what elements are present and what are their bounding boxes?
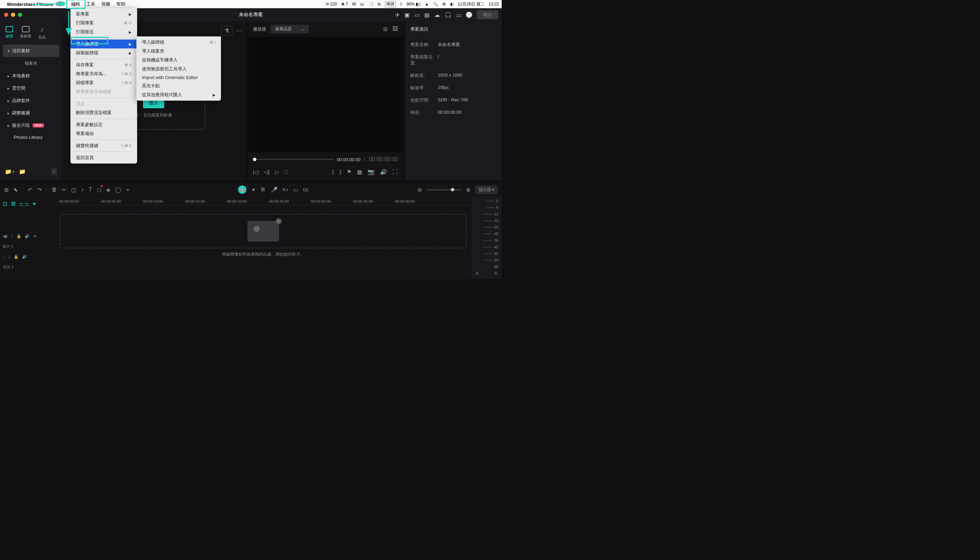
submenu-import-lossless[interactable]: 使用無損剪切工具導入: [137, 65, 221, 73]
mark-out-button[interactable]: }: [340, 169, 341, 175]
status-icon-w[interactable]: W: [352, 2, 356, 7]
lock-icon[interactable]: 🔓: [17, 234, 21, 238]
menu-record-media[interactable]: 錄製媒體檔▶: [70, 48, 137, 57]
sidebar-item-local[interactable]: ▸本地素材: [3, 70, 59, 82]
submenu-import-camera[interactable]: 從相機或手機導入: [137, 56, 221, 65]
layout-icon[interactable]: ⊞: [4, 187, 8, 193]
bluetooth-icon[interactable]: ᛒ: [400, 2, 402, 7]
play-button[interactable]: ▷: [275, 169, 279, 175]
menu-delete-render[interactable]: 刪除預覽渲染檔案: [70, 108, 137, 117]
export-button[interactable]: 匯出: [477, 10, 498, 19]
close-window-button[interactable]: [4, 13, 8, 17]
status-counter-1[interactable]: ⟳ 220: [326, 2, 337, 7]
lock-icon[interactable]: 🔓: [14, 255, 18, 259]
track-header-video-1[interactable]: 📹1 🔓 🔊 👁: [3, 231, 52, 241]
nav-tab-audio[interactable]: ♪ 音訊: [38, 26, 46, 40]
menu-open-project[interactable]: 打開專案⌘ O: [70, 18, 137, 27]
panel-icon-2[interactable]: ▭: [414, 12, 420, 18]
spotlight-icon[interactable]: 🔍: [433, 2, 438, 7]
ai-button[interactable]: 🤖: [238, 185, 247, 194]
menu-save-as[interactable]: 將專案另存為...⇧⌘ S: [70, 69, 137, 78]
submenu-import-other-apps[interactable]: 從其他應用程式匯入▶: [137, 90, 221, 99]
sidebar-item-cloud[interactable]: ▸雲空間: [3, 82, 59, 95]
submenu-import-cinematic[interactable]: Import with Cinematic Editor: [137, 73, 221, 82]
tl-tool-magnet-icon[interactable]: ⊏⊐: [20, 201, 28, 207]
timeline-drop-zone[interactable]: 將媒體素材和效果拖到此處，開始創作影片。: [60, 214, 467, 248]
menu-file[interactable]: 檔案: [56, 1, 65, 7]
quality-dropdown[interactable]: 最高品質⌄: [270, 25, 309, 33]
menu-project-settings[interactable]: 專案參數設定: [70, 120, 137, 129]
tl-tool-1-icon[interactable]: ⊡: [3, 201, 7, 207]
nav-tab-media[interactable]: 媒體: [5, 26, 13, 40]
sidebar-item-project-media[interactable]: ▾項目素材: [3, 45, 59, 57]
menu-save-project[interactable]: 保存專案⌘ S: [70, 60, 137, 69]
more-tools-icon[interactable]: »: [126, 187, 129, 193]
grid-view-icon[interactable]: ⊞: [383, 26, 388, 32]
menu-open-recent[interactable]: 打開最近▶: [70, 27, 137, 37]
shape-tool-icon[interactable]: ◻: [97, 187, 102, 193]
menu-help[interactable]: 幫助: [117, 1, 125, 7]
indicator-dropdown[interactable]: 指示器 ▾: [475, 185, 498, 194]
menu-view[interactable]: 視圖: [102, 1, 110, 7]
menu-import-media[interactable]: 導入媒體檔▶: [70, 40, 137, 48]
sidebar-item-photos[interactable]: Photos Library: [3, 132, 59, 143]
compare-icon[interactable]: ▦: [357, 169, 362, 175]
status-icon-windows[interactable]: ⧉: [378, 2, 381, 7]
menubar-time[interactable]: 13:22: [488, 2, 499, 7]
control-center-icon[interactable]: ⚙: [442, 2, 446, 7]
menu-edit[interactable]: 編輯: [71, 1, 80, 7]
select-tool-icon[interactable]: ⬉: [13, 187, 18, 193]
status-wechat[interactable]: ❀ 7: [341, 2, 348, 7]
effects-icon[interactable]: ◈: [106, 187, 110, 193]
status-input-method[interactable]: 簡拼: [385, 1, 396, 8]
share-icon[interactable]: ✈: [395, 12, 400, 18]
step-back-button[interactable]: ◁|: [264, 169, 269, 175]
menu-new-project[interactable]: 新專案▶: [70, 10, 137, 18]
user-avatar[interactable]: [466, 12, 472, 18]
cloud-icon[interactable]: ☁: [434, 12, 440, 18]
panel-icon-3[interactable]: ▤: [424, 12, 430, 18]
battery-status[interactable]: 90% ▮▯: [407, 2, 421, 7]
sparkle-icon[interactable]: ✦: [251, 187, 256, 193]
volume-icon[interactable]: 🔊: [380, 169, 387, 175]
stop-button[interactable]: □: [285, 169, 288, 175]
new-folder-icon[interactable]: 📁+: [5, 168, 15, 175]
music-tool-icon[interactable]: ♪: [81, 187, 84, 193]
menu-project-backup[interactable]: 專案備份: [70, 129, 137, 138]
undo-button[interactable]: ↶: [28, 187, 32, 193]
menu-back-home[interactable]: 返回首頁: [70, 153, 137, 162]
image-view-icon[interactable]: 🖼: [392, 26, 398, 32]
menu-archive-project[interactable]: 歸檔專案⇧⌘ A: [70, 78, 137, 87]
track-header-audio-1[interactable]: ♪1 🔓 🔊: [3, 252, 52, 262]
menu-tools[interactable]: 工具: [86, 1, 95, 7]
tl-tool-marker-icon[interactable]: ✦: [32, 201, 37, 207]
status-icon-bookmark[interactable]: 📑: [368, 2, 373, 7]
sidebar-item-compound[interactable]: ▸復合片段NEW: [3, 119, 59, 132]
nav-tab-stock[interactable]: 素材庫: [20, 26, 31, 40]
menubar-date[interactable]: 11月26日 週二: [458, 2, 485, 7]
music-track-icon[interactable]: ♪: [3, 255, 5, 259]
cc-icon[interactable]: cc: [303, 187, 308, 193]
redo-button[interactable]: ↷: [37, 187, 42, 193]
maximize-window-button[interactable]: [18, 13, 22, 17]
more-options-icon[interactable]: ⋯: [236, 27, 241, 34]
status-icon-card[interactable]: 🗂: [360, 2, 364, 7]
zoom-out-icon[interactable]: ⊖: [417, 187, 422, 193]
collapse-sidebar-button[interactable]: ‹: [51, 168, 57, 175]
crop-icon[interactable]: ◫: [71, 187, 76, 193]
minimize-window-button[interactable]: [11, 13, 15, 17]
speaker-icon[interactable]: 🔊: [22, 255, 27, 259]
subtitle-icon[interactable]: ▭: [293, 187, 298, 193]
color-icon[interactable]: ◯: [115, 187, 121, 193]
filter-icon[interactable]: ⚗: [221, 26, 232, 36]
audio-tool-icon[interactable]: ≡♪: [282, 187, 288, 193]
marker-icon[interactable]: ⚑: [347, 169, 352, 175]
grid-apps-icon[interactable]: ⚏: [456, 12, 461, 18]
sidebar-item-adjustment[interactable]: ▸調整圖層: [3, 107, 59, 119]
snapshot-icon[interactable]: 📷: [368, 169, 375, 175]
cut-icon[interactable]: ✂: [62, 187, 66, 193]
panel-icon-1[interactable]: ▣: [405, 12, 410, 18]
menu-keyboard-shortcuts[interactable]: 鍵盤快捷鍵⌥⌘ K: [70, 141, 137, 150]
timeline-tracks-area[interactable]: 00:00:00:0000:00:05:0000:00:10:0000:00:1…: [55, 197, 472, 279]
tl-tool-link-icon[interactable]: ⌘: [11, 201, 16, 207]
